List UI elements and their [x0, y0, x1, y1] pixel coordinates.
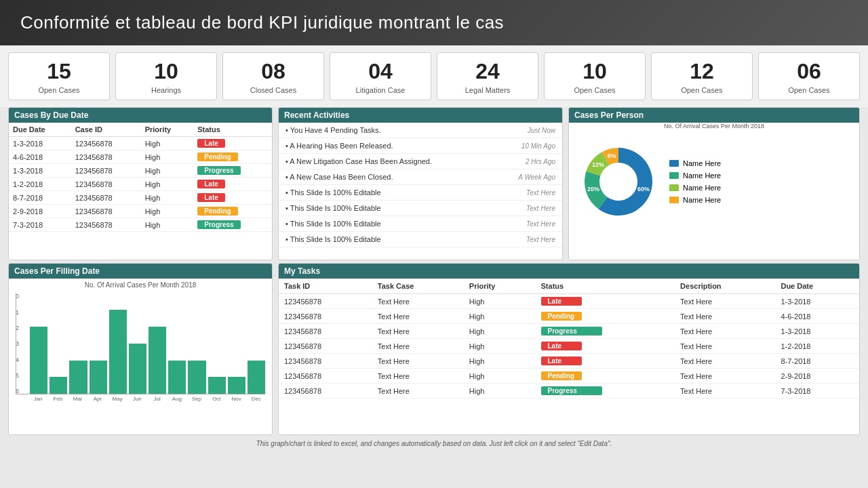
x-axis-label: Nov: [228, 396, 245, 402]
due-date-cell: 1-3-2018: [9, 164, 71, 178]
recent-activities-section: Recent Activities • You Have 4 Pending T…: [278, 107, 563, 260]
task-case-cell: Text Here: [372, 369, 464, 384]
activity-time: Just Now: [528, 127, 555, 134]
recent-activities-header: Recent Activities: [279, 108, 562, 123]
table-row: 123456878 Text Here High Late Text Here …: [279, 294, 859, 309]
activity-text: • A New Litigation Case Has Been Assigne…: [285, 157, 432, 165]
activity-text: • This Slide Is 100% Editable: [285, 235, 381, 243]
activity-text: • This Slide Is 100% Editable: [285, 204, 381, 212]
task-due-cell: 1-3-2018: [775, 294, 859, 309]
activity-time: A Week Ago: [518, 174, 555, 181]
task-priority-cell: High: [464, 354, 536, 369]
activities-list: • You Have 4 Pending Tasks.Just Now• A H…: [279, 123, 562, 247]
case-id-cell: 123456878: [71, 191, 141, 205]
task-case-cell: Text Here: [372, 354, 464, 369]
task-status-cell: Pending: [536, 369, 675, 384]
legend-item-2: Name Here: [669, 184, 721, 192]
priority-cell: High: [141, 191, 194, 205]
cases-per-person-section: Cases Per Person No. Of Arrival Cases Pe…: [568, 107, 860, 260]
bar: [30, 327, 47, 394]
priority-cell: High: [141, 164, 194, 178]
kpi-card-1: 10Hearings: [115, 52, 217, 100]
task-id-cell: 123456878: [279, 339, 372, 354]
activity-time: 10 Min Ago: [521, 142, 555, 150]
task-case-cell: Text Here: [372, 339, 464, 354]
status-badge: Late: [197, 139, 225, 148]
list-item: • This Slide Is 100% EditableText Here: [279, 185, 562, 201]
activity-time: Text Here: [526, 220, 555, 228]
task-case-cell: Text Here: [372, 324, 464, 339]
cases-filling-section: Cases Per Filling Date No. Of Arrival Ca…: [8, 263, 273, 435]
activity-text: • This Slide Is 100% Editable: [285, 220, 381, 228]
x-axis: JanFebMarAprMayJunJulAugSepOctNovDec: [16, 396, 265, 402]
kpi-number-5: 10: [549, 60, 641, 83]
task-status-cell: Pending: [536, 309, 675, 324]
table-row: 123456878 Text Here High Pending Text He…: [279, 369, 859, 384]
bar: [129, 344, 146, 394]
task-due-cell: 4-6-2018: [775, 309, 859, 324]
col-case-id: Case ID: [71, 123, 141, 137]
table-row: 2-9-2018 123456878 High Pending: [9, 205, 272, 218]
cases-due-header: Cases By Due Date: [9, 108, 272, 123]
kpi-label-6: Open Cases: [656, 86, 748, 94]
activity-text: • A Hearing Has Been Released.: [285, 142, 393, 150]
donut-area: 60%20%12%8% Name HereName HereName HereN…: [569, 132, 859, 231]
x-axis-label: Jun: [128, 396, 146, 402]
list-item: • You Have 4 Pending Tasks.Just Now: [279, 123, 562, 138]
x-axis-label: Feb: [49, 396, 66, 402]
table-row: 123456878 Text Here High Progress Text H…: [279, 324, 859, 339]
task-id-cell: 123456878: [279, 369, 372, 384]
due-date-cell: 1-2-2018: [9, 178, 71, 191]
legend-label-2: Name Here: [683, 184, 721, 192]
bar-chart-inner: [16, 293, 265, 394]
task-status-cell: Late: [536, 354, 675, 369]
donut-subtitle: No. Of Arrival Cases Per Month 2018: [569, 123, 859, 129]
kpi-number-4: 24: [441, 60, 534, 83]
status-badge: Late: [541, 297, 582, 306]
legend-color-0: [669, 160, 679, 167]
due-date-cell: 7-3-2018: [9, 218, 71, 232]
legend-label-3: Name Here: [683, 196, 721, 204]
table-row: 1-2-2018 123456878 High Late: [9, 178, 272, 191]
priority-cell: High: [141, 205, 194, 218]
task-priority-cell: High: [464, 369, 536, 384]
task-desc-cell: Text Here: [675, 354, 775, 369]
bar: [149, 327, 166, 394]
main-area: Cases By Due Date Due Date Case ID Prior…: [0, 107, 868, 263]
col-status: Status: [193, 123, 272, 137]
bar: [109, 310, 127, 394]
task-status-cell: Late: [536, 294, 675, 309]
footer: This graph/chart is linked to excel, and…: [0, 438, 868, 449]
status-badge: Pending: [541, 312, 582, 321]
kpi-card-3: 04Litigation Case: [330, 52, 431, 100]
cases-per-person-header: Cases Per Person: [569, 108, 859, 123]
due-date-cell: 4-6-2018: [9, 150, 71, 164]
table-row: 7-3-2018 123456878 High Progress: [9, 218, 272, 232]
my-tasks-header: My Tasks: [279, 264, 859, 279]
task-id-cell: 123456878: [279, 354, 372, 369]
cases-filling-header: Cases Per Filling Date: [9, 264, 272, 279]
task-case-cell: Text Here: [372, 309, 464, 324]
task-col-2: Priority: [464, 279, 536, 294]
list-item: • This Slide Is 100% EditableText Here: [279, 232, 562, 247]
task-desc-cell: Text Here: [675, 384, 775, 399]
status-cell: Late: [193, 137, 272, 150]
status-badge: Late: [197, 193, 225, 202]
bar: [69, 361, 87, 394]
x-axis-label: Sep: [188, 396, 205, 402]
list-item: • A Hearing Has Been Released.10 Min Ago: [279, 138, 562, 154]
list-item: • A New Case Has Been Closed.A Week Ago: [279, 169, 562, 185]
donut-label-1: 20%: [587, 186, 599, 193]
task-due-cell: 1-2-2018: [775, 339, 859, 354]
status-badge: Pending: [541, 371, 582, 380]
task-status-cell: Late: [536, 339, 675, 354]
task-col-5: Due Date: [775, 279, 859, 294]
case-id-cell: 123456878: [71, 205, 141, 218]
kpi-row: 15Open Cases10Hearings08Closed Cases04Li…: [0, 45, 868, 107]
task-id-cell: 123456878: [279, 294, 372, 309]
kpi-label-2: Closed Cases: [227, 86, 319, 94]
x-axis-label: May: [108, 396, 126, 402]
legend-color-3: [669, 197, 679, 203]
x-axis-label: Aug: [168, 396, 186, 402]
case-id-cell: 123456878: [71, 164, 141, 178]
